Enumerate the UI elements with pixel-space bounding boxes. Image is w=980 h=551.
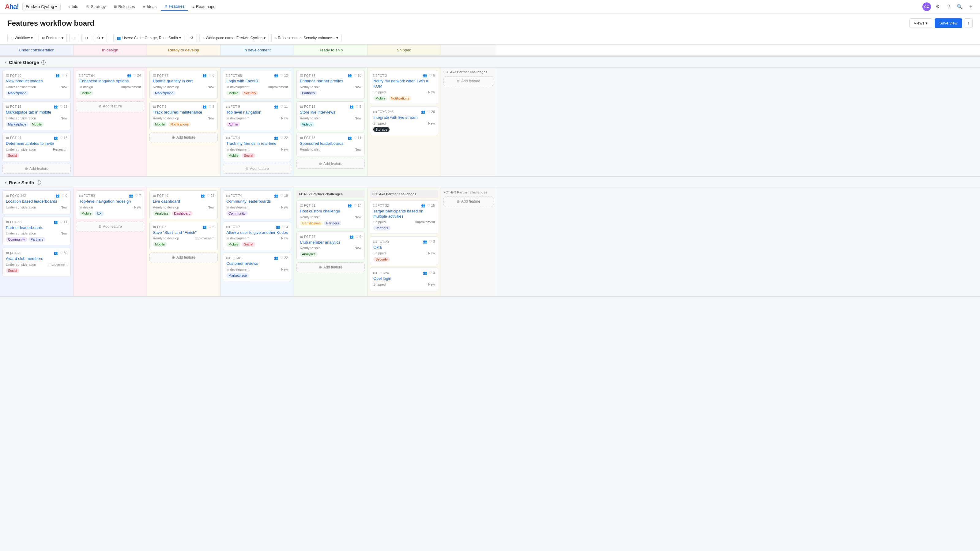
add-feature-under-consideration-claire[interactable]: ⊕ Add feature [2, 164, 71, 173]
card-FCT-29[interactable]: FCT-29 👥 ♡ 30 Award club members Under c… [2, 248, 71, 276]
views-button[interactable]: Views ▾ [909, 18, 932, 28]
card-FCT-24[interactable]: FCT-24 👥 ♡ 0 Opel login ShippedNew [370, 268, 438, 291]
nav-strategy[interactable]: ◎ Strategy [83, 2, 109, 11]
card-title[interactable]: Allow a user to give another Kudos [226, 230, 288, 235]
card-FCT-15[interactable]: FCT-15 👥 ♡ 23 Marketplace tab in mobile … [2, 101, 71, 130]
export-button[interactable]: ↑ [965, 18, 973, 28]
tag-mobile[interactable]: Mobile [153, 122, 167, 127]
card-FCT-26[interactable]: FCT-26 👥 ♡ 16 Determine athletes to invi… [2, 133, 71, 161]
card-FCT-6[interactable]: FCT-6 👥 ♡ 8 Track required maintenance R… [150, 101, 218, 130]
card-title[interactable]: Enhanced language options [79, 79, 141, 84]
card-title[interactable]: Host custom challenge [300, 209, 361, 214]
tag-mobile[interactable]: Mobile [373, 96, 387, 101]
tag-admin[interactable]: Admin [226, 122, 240, 127]
add-feature-ready-to-ship-claire[interactable]: ⊕ Add feature [296, 159, 365, 169]
board-scroll[interactable]: Under consideration In design Ready to d… [0, 45, 980, 297]
tag-videos[interactable]: Videos [300, 122, 314, 127]
card-FCT-74[interactable]: FCT-74 👥 ♡ 18 Community leaderboards In … [223, 191, 291, 219]
card-title[interactable]: Live dashboard [153, 199, 215, 204]
workflow-filter[interactable]: ⊞ Workflow ▾ [7, 34, 36, 42]
view-grid-dense[interactable]: ⊞ [69, 34, 79, 42]
add-feature-ready-to-develop-claire[interactable]: ⊕ Add feature [150, 133, 218, 142]
release-filter[interactable]: ○ Release name: Security enhance... ▾ [271, 34, 342, 42]
nav-releases[interactable]: ▦ Releases [110, 2, 138, 11]
tag-mobile[interactable]: Mobile [153, 242, 167, 247]
tag-analytics[interactable]: Analytics [300, 252, 318, 257]
add-feature-ready-to-ship-rose[interactable]: ⊕ Add feature [296, 262, 365, 272]
card-FCT-67[interactable]: FCT-67 👥 ♡ 6 Update quantity in cart Rea… [150, 70, 218, 99]
tag-security[interactable]: Security [242, 91, 258, 95]
tag-marketplace[interactable]: Marketplace [153, 91, 175, 95]
card-title[interactable]: Determine athletes to invite [6, 141, 67, 146]
tag-mobile[interactable]: Mobile [79, 211, 94, 216]
nav-info[interactable]: ○ Info [64, 2, 82, 11]
card-title[interactable]: Marketplace tab in mobile [6, 110, 67, 115]
card-FCT-23[interactable]: FCT-23 👥 ♡ 0 Okta ShippedNew Security [370, 236, 438, 265]
card-FCYC-245[interactable]: FCYC-245 👥 ♡ 26 Integrate with live stre… [370, 106, 438, 135]
tag-marketplace[interactable]: Marketplace [6, 91, 29, 95]
card-title[interactable]: Okta [373, 245, 435, 250]
card-title[interactable]: Top-level navigation redesign [79, 199, 141, 204]
card-FCT-27[interactable]: FCT-27 👥 ♡ 9 Club member analytics Ready… [296, 232, 365, 260]
user-avatar[interactable]: CG [923, 2, 931, 11]
card-title[interactable]: Location based leaderboards [6, 199, 67, 204]
group-header-claire[interactable]: ▾ Claire George ℹ [0, 56, 980, 68]
add-feature-ready-to-develop-rose[interactable]: ⊕ Add feature [150, 252, 218, 262]
tag-social[interactable]: Social [242, 153, 255, 158]
tag-partners[interactable]: Partners [300, 91, 317, 95]
tag-ux[interactable]: UX [95, 211, 103, 216]
card-title[interactable]: Award club members [6, 256, 67, 261]
add-feature-in-design-rose[interactable]: ⊕ Add feature [76, 222, 144, 232]
tag-mobile[interactable]: Mobile [30, 122, 44, 127]
card-FCT-4[interactable]: FCT-4 👥 ♡ 22 Track my friends in real-ti… [223, 133, 291, 161]
group-header-rose[interactable]: ▾ Rose Smith ℹ [0, 176, 980, 188]
card-title[interactable]: Club member analytics [300, 240, 361, 245]
tag-partners[interactable]: Partners [29, 237, 46, 242]
card-FCT-8[interactable]: FCT-8 👥 ♡ 5 Save "Start" and "Finish" Re… [150, 222, 218, 250]
group-chevron-rose[interactable]: ▾ [5, 181, 6, 184]
card-FCT-68[interactable]: FCT-68 👥 ♡ 11 Sponsored leaderboards Rea… [296, 133, 365, 156]
card-title[interactable]: Community leaderboards [226, 199, 288, 204]
add-feature-extra-rose[interactable]: ⊕ Add feature [444, 197, 493, 206]
tag-mobile[interactable]: Mobile [226, 91, 240, 95]
settings-icon[interactable]: ⚙ [934, 2, 942, 11]
tag-mobile[interactable]: Mobile [226, 242, 240, 247]
tag-notifications[interactable]: Notifications [389, 96, 411, 101]
card-FCT-50[interactable]: FCT-50 👥 ♡ 7 Top-level navigation redesi… [76, 191, 144, 219]
card-FCT-2[interactable]: FCT-2 👥 ♡ 6 Notify my network when I win… [370, 70, 438, 104]
card-title[interactable]: Top level navigation [226, 110, 288, 115]
card-title[interactable]: Enhance partner profiles [300, 79, 361, 84]
group-info-claire[interactable]: ℹ [41, 60, 46, 65]
tag-security[interactable]: Security [373, 257, 390, 262]
users-filter[interactable]: 👥 Users: Claire George, Rose Smith ▾ [113, 34, 184, 42]
tag-dashboard[interactable]: Dashboard [172, 211, 192, 216]
additional-filter[interactable]: ⚗ [187, 34, 197, 42]
add-icon[interactable]: + [967, 2, 975, 11]
card-FCYC-242[interactable]: FCYC-242 👥 ♡ 0 Location based leaderboar… [2, 191, 71, 214]
settings-filter[interactable]: ⚙ ▾ [94, 34, 107, 42]
search-icon[interactable]: 🔍 [956, 2, 964, 11]
card-title[interactable]: Update quantity in cart [153, 79, 215, 84]
card-title[interactable]: Partner leaderboards [6, 225, 67, 230]
card-title[interactable]: View product images [6, 79, 67, 84]
card-title[interactable]: Customer reviews [226, 261, 288, 266]
nav-roadmaps[interactable]: ≡ Roadmaps [189, 2, 219, 11]
group-info-rose[interactable]: ℹ [37, 180, 41, 184]
tag-analytics[interactable]: Analytics [153, 211, 170, 216]
nav-features[interactable]: ⊞ Features [161, 2, 188, 11]
tag-notifications[interactable]: Notifications [168, 122, 191, 127]
card-title[interactable]: Store live interviews [300, 110, 361, 115]
add-feature-extra-claire[interactable]: ⊕ Add feature [444, 76, 493, 86]
card-FCT-13[interactable]: FCT-13 👥 ♡ 5 Store live interviews Ready… [296, 101, 365, 130]
card-FCT-32[interactable]: FCT-32 👥 ♡ 15 Target participants based … [370, 200, 438, 234]
tag-community[interactable]: Community [6, 237, 27, 242]
group-chevron-claire[interactable]: ▾ [5, 60, 6, 64]
card-title[interactable]: Opel login [373, 276, 435, 281]
card-FCT-7[interactable]: FCT-7 👥 ♡ 3 Allow a user to give another… [223, 222, 291, 250]
card-FCT-31[interactable]: FCT-31 👥 ♡ 14 Host custom challenge Read… [296, 200, 365, 229]
save-view-button[interactable]: Save view [935, 18, 962, 28]
tag-community[interactable]: Community [226, 211, 248, 216]
card-FCT-85[interactable]: FCT-85 👥 ♡ 10 Enhance partner profiles R… [296, 70, 365, 99]
card-title[interactable]: Track my friends in real-time [226, 141, 288, 146]
tag-partners[interactable]: Partners [373, 225, 390, 230]
